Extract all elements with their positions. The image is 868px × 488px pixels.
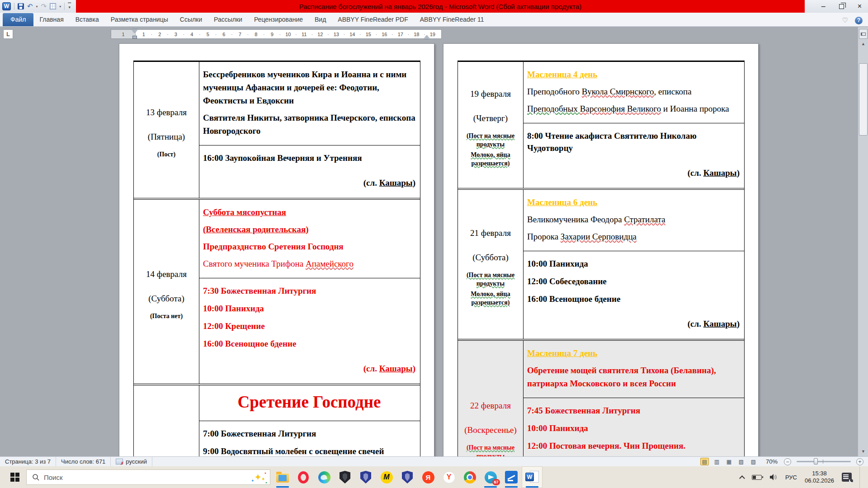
customize-qat-button[interactable]: ▔▾ <box>68 4 71 9</box>
taskbar-icon-game-shield-blue-1[interactable] <box>355 466 376 488</box>
date-cell: 19 февраля(Четверг)(Пост на мясные проду… <box>458 62 524 188</box>
redo-button[interactable]: ↷ <box>41 3 47 9</box>
scroll-down-arrow[interactable]: ▼ <box>859 449 867 454</box>
tab-abbyy-finereader-pdf[interactable]: ABBYY FineReader PDF <box>332 13 414 26</box>
date-cell: 13 февраля(Пятница)(Пост) <box>134 62 199 198</box>
help-icon[interactable]: ? <box>855 17 863 24</box>
tab-разметка-страницы[interactable]: Разметка страницы <box>105 13 174 26</box>
tab-abbyy-finereader-11[interactable]: ABBYY FineReader 11 <box>414 13 490 26</box>
view-draft-button[interactable]: ▨ <box>749 458 758 465</box>
tray-expand-icon[interactable] <box>739 475 745 481</box>
page-indicator[interactable]: Страница: 3 из 7 <box>0 457 56 466</box>
scrollbar-thumb[interactable] <box>859 63 868 136</box>
taskbar-icon-chrome-browser[interactable] <box>459 466 480 488</box>
unread-badge: 67 <box>492 479 500 485</box>
taskbar-icon-game-shield-dark[interactable] <box>335 466 355 488</box>
taskbar-icon-word[interactable]: W <box>522 466 542 488</box>
taskbar-icon-m-app-yellow[interactable]: M <box>376 466 397 488</box>
tab-ссылки[interactable]: Ссылки <box>174 13 208 26</box>
taskbar-icon-abbyy-finereader[interactable] <box>501 466 522 488</box>
running-indicator <box>505 486 518 488</box>
scroll-up-arrow[interactable]: ▲ <box>859 42 867 46</box>
tab-вид[interactable]: Вид <box>309 13 332 26</box>
first-line-indent-marker[interactable] <box>132 29 137 33</box>
horizontal-ruler[interactable]: 1 12345678910111213141516171819 <box>111 29 442 39</box>
taskbar-icon-telegram[interactable]: 67 <box>480 466 501 488</box>
start-button[interactable] <box>4 466 26 488</box>
opera-browser-icon <box>298 471 309 483</box>
tab-файл[interactable]: Файл <box>3 13 33 26</box>
zoom-slider-handle[interactable] <box>814 458 818 465</box>
taskbar-icon-yandex-app[interactable]: Я <box>418 466 439 488</box>
doc-line: Суббота мясопустная <box>203 206 415 219</box>
tab-рецензирование[interactable]: Рецензирование <box>248 13 309 26</box>
taskbar-icon-opera-browser[interactable] <box>293 466 314 488</box>
schedule-table: 19 февраля(Четверг)(Пост на мясные проду… <box>458 61 745 456</box>
system-tray: РУС 15:38 06.02.2026 <box>740 466 868 488</box>
zoom-out-button[interactable]: − <box>784 458 791 465</box>
schedule-row: 19 февраля(Четверг)(Пост на мясные проду… <box>458 62 744 188</box>
close-button[interactable]: × <box>858 3 862 10</box>
left-indent-marker[interactable] <box>132 36 137 39</box>
ruler-units: 12345678910111213141516171819 <box>136 30 441 38</box>
taskbar-icon-file-explorer[interactable] <box>272 466 293 488</box>
view-outline-button[interactable]: ▧ <box>737 458 745 465</box>
doc-line: Обретение мощей святителя Тихона (Белави… <box>527 364 740 390</box>
view-fullscreen-button[interactable]: ▥ <box>712 458 721 465</box>
running-indicator <box>484 486 497 488</box>
restore-button[interactable] <box>839 4 844 9</box>
language-indicator[interactable]: русский <box>111 457 152 466</box>
collapse-ribbon-icon[interactable]: ♡ <box>842 16 848 24</box>
taskbar-icon-game-shield-blue-2[interactable] <box>397 466 418 488</box>
zoom-slider[interactable] <box>797 461 851 462</box>
game-shield-blue-1-icon <box>360 471 371 483</box>
save-button[interactable] <box>18 3 24 9</box>
served-by-note: (сл. Кашары) <box>527 318 740 330</box>
zoom-in-button[interactable]: + <box>856 458 863 465</box>
taskbar-search[interactable]: Поиск ✦✦✦●● <box>26 469 270 485</box>
input-language[interactable]: РУС <box>785 474 797 481</box>
right-indent-marker[interactable] <box>424 35 429 39</box>
tab-вставка[interactable]: Вставка <box>70 13 105 26</box>
notification-center-icon[interactable] <box>842 473 852 482</box>
ruler-toggle-button[interactable] <box>859 29 868 39</box>
ruler-number: 5 <box>200 30 216 38</box>
ruler-number: 9 <box>264 30 280 38</box>
services-cell: 7:45 Божественная Литургия10:00 Панихида… <box>524 398 744 456</box>
undo-dropdown-icon[interactable]: ▾ <box>36 5 38 9</box>
table-tool-button[interactable] <box>50 3 56 9</box>
services-cell: 8:00 Чтение акафиста Святителю Николаю Ч… <box>524 123 744 188</box>
undo-button[interactable]: ↶ <box>27 3 33 9</box>
show-desktop-button[interactable] <box>859 466 862 488</box>
table-dropdown-icon[interactable]: ▾ <box>59 5 61 9</box>
taskbar-icon-yandex-browser[interactable]: Y <box>439 466 459 488</box>
battery-icon[interactable] <box>752 475 762 480</box>
doc-line: Молоко, яйца разрешается) <box>459 290 522 307</box>
doc-line: (Пятница) <box>148 131 185 142</box>
search-highlights-icon[interactable]: ✦✦✦●● <box>251 471 264 483</box>
doc-line: (Пост на мясные продукты <box>459 443 522 456</box>
word-app-icon[interactable]: W <box>2 2 11 10</box>
doc-line: 16:00 Всенощное бдение <box>203 338 415 350</box>
taskbar-icon-edge-browser[interactable] <box>314 466 335 488</box>
doc-line: 12:00 Постовая вечерня. Чин Прощения. <box>527 440 740 452</box>
doc-line: 7:45 Божественная Литургия <box>527 404 740 417</box>
taskbar-clock[interactable]: 15:38 06.02.2026 <box>805 470 834 484</box>
vertical-scrollbar[interactable]: ▲ ▼ <box>858 27 868 456</box>
doc-line: Сретение Господне <box>203 391 415 413</box>
minimize-button[interactable]: – <box>821 3 826 10</box>
tab-selector[interactable]: L <box>3 29 13 39</box>
schedule-row: 21 февраля(Суббота)(Пост на мясные проду… <box>458 188 744 339</box>
doc-line: Святого мученика Трифона Апамейского <box>203 257 415 270</box>
tab-главная[interactable]: Главная <box>33 13 69 26</box>
spellcheck-icon <box>116 459 123 465</box>
doc-line: 16:00 Всенощное бдение <box>527 293 740 305</box>
doc-line: 12:00 Собеседование <box>527 275 740 287</box>
tab-рассылки[interactable]: Рассылки <box>208 13 248 26</box>
word-count[interactable]: Число слов: 671 <box>56 457 111 466</box>
view-web-layout-button[interactable]: ▦ <box>725 458 733 465</box>
volume-icon[interactable] <box>769 474 778 481</box>
zoom-level[interactable]: 70% <box>766 458 778 465</box>
view-print-layout-button[interactable]: ▤ <box>700 458 709 465</box>
page-right: 19 февраля(Четверг)(Пост на мясные проду… <box>443 43 759 456</box>
